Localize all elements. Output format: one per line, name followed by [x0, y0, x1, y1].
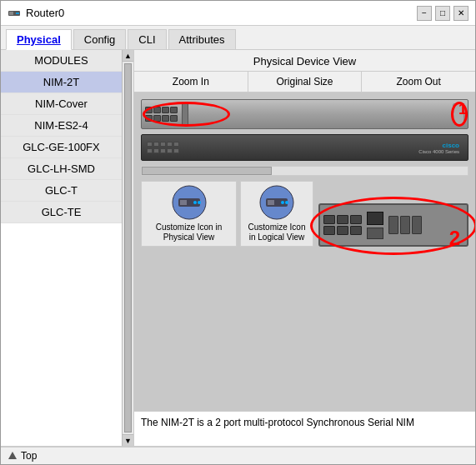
zoom-out-button[interactable]: Zoom Out [362, 72, 475, 92]
sidebar-item-modules[interactable]: MODULES [1, 50, 122, 72]
sidebar-item-nimcover[interactable]: NIM-Cover [1, 93, 122, 115]
svg-rect-1 [9, 12, 13, 15]
tab-cli[interactable]: CLI [128, 29, 166, 49]
title-bar-left: Router0 [8, 7, 64, 20]
tab-physical[interactable]: Physical [6, 29, 72, 50]
svg-rect-11 [268, 200, 274, 205]
svg-point-3 [18, 12, 19, 14]
router-row-2: cisco Cisco 4000 Series [141, 134, 468, 161]
scroll-thumb[interactable] [124, 63, 132, 432]
sidebar: MODULES NIM-2T NIM-Cover NIM-ES2-4 GLC-G… [1, 50, 134, 446]
svg-rect-6 [180, 200, 187, 205]
title-bar-controls: − □ ✕ [417, 6, 468, 21]
svg-point-12 [281, 201, 284, 204]
close-button[interactable]: ✕ [453, 6, 468, 21]
svg-point-7 [193, 201, 197, 204]
svg-point-13 [285, 201, 288, 204]
customize-logical-label: Customize Icon in Logical View [246, 222, 308, 242]
arrow-up-icon [8, 451, 18, 461]
tab-config[interactable]: Config [73, 29, 127, 49]
sidebar-item-glcte[interactable]: GLC-TE [1, 202, 122, 223]
main-content: MODULES NIM-2T NIM-Cover NIM-ES2-4 GLC-G… [1, 50, 475, 446]
module-list: MODULES NIM-2T NIM-Cover NIM-ES2-4 GLC-G… [1, 50, 122, 446]
status-bar: Top [1, 446, 475, 464]
tab-bar: Physical Config CLI Attributes [1, 26, 475, 50]
sidebar-scrollbar[interactable]: ▲ ▼ [122, 50, 133, 446]
zoom-in-button[interactable]: Zoom In [134, 72, 248, 92]
router-icon-physical [172, 185, 207, 220]
customize-physical-label: Customize Icon in Physical View [147, 222, 231, 242]
device-view-title: Physical Device View [134, 50, 475, 71]
router-row-1 [141, 99, 468, 129]
nim-card-preview: 2 [318, 203, 468, 247]
zoom-controls: Zoom In Original Size Zoom Out [134, 71, 475, 92]
device-image-area: 1 [134, 92, 475, 411]
scroll-up[interactable]: ▲ [123, 50, 133, 62]
maximize-button[interactable]: □ [435, 6, 450, 21]
tab-attributes[interactable]: Attributes [168, 29, 236, 49]
sidebar-item-glct[interactable]: GLC-T [1, 180, 122, 202]
customize-physical-button[interactable]: Customize Icon in Physical View [141, 181, 237, 247]
description-panel: The NIM-2T is a 2 port multi-protocol Sy… [134, 411, 475, 446]
svg-marker-14 [8, 452, 17, 459]
title-bar: Router0 − □ ✕ [1, 1, 475, 26]
sidebar-item-nim2t[interactable]: NIM-2T [1, 72, 122, 93]
right-panel: Physical Device View Zoom In Original Si… [134, 50, 475, 446]
customize-logical-button[interactable]: Customize Icon in Logical View [240, 181, 313, 247]
description-text: The NIM-2T is a 2 port multi-protocol Sy… [141, 417, 414, 428]
sidebar-item-nimes24[interactable]: NIM-ES2-4 [1, 115, 122, 137]
window-title: Router0 [26, 7, 64, 19]
router-icon-logical [259, 185, 294, 220]
original-size-button[interactable]: Original Size [248, 72, 363, 92]
sidebar-item-glclhsmd[interactable]: GLC-LH-SMD [1, 158, 122, 180]
sidebar-item-glcge100fx[interactable]: GLC-GE-100FX [1, 137, 122, 158]
window-icon [8, 7, 21, 20]
svg-point-8 [198, 201, 201, 204]
status-label: Top [21, 450, 37, 462]
minimize-button[interactable]: − [417, 6, 432, 21]
main-window: Router0 − □ ✕ Physical Config CLI Attrib… [0, 0, 476, 465]
svg-point-2 [16, 12, 18, 14]
scroll-down[interactable]: ▼ [123, 434, 133, 446]
nim-preview-area: Customize Icon in Logical View [240, 181, 468, 247]
